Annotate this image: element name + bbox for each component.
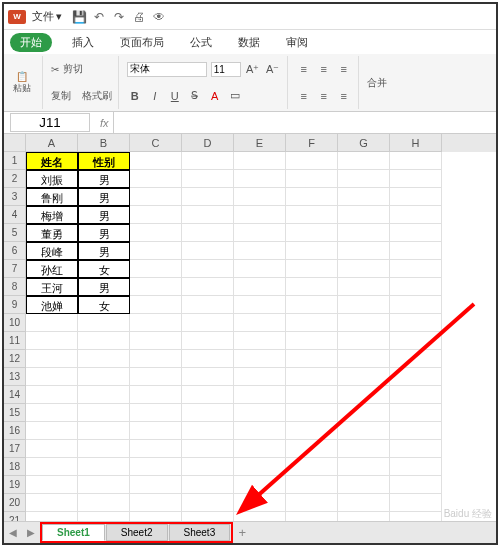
cell[interactable]: [130, 350, 182, 368]
tab-formula[interactable]: 公式: [184, 33, 218, 52]
tab-data[interactable]: 数据: [232, 33, 266, 52]
tab-review[interactable]: 审阅: [280, 33, 314, 52]
align-mid-icon[interactable]: ≡: [316, 61, 332, 77]
cell[interactable]: [26, 368, 78, 386]
col-header[interactable]: E: [234, 134, 286, 152]
cell[interactable]: 性别: [78, 152, 130, 170]
cell[interactable]: [182, 476, 234, 494]
cell[interactable]: [390, 170, 442, 188]
cell[interactable]: [390, 224, 442, 242]
cell[interactable]: [338, 152, 390, 170]
cell[interactable]: [234, 404, 286, 422]
cell[interactable]: 男: [78, 206, 130, 224]
cell[interactable]: [390, 314, 442, 332]
cell[interactable]: [26, 512, 78, 521]
cell[interactable]: [234, 170, 286, 188]
cell[interactable]: [182, 296, 234, 314]
cell[interactable]: [182, 386, 234, 404]
cell[interactable]: [234, 188, 286, 206]
cell[interactable]: [338, 440, 390, 458]
cell[interactable]: [286, 188, 338, 206]
cell[interactable]: [234, 476, 286, 494]
row-header[interactable]: 17: [4, 440, 26, 458]
cell[interactable]: [234, 494, 286, 512]
cell[interactable]: [26, 404, 78, 422]
col-header[interactable]: D: [182, 134, 234, 152]
cell[interactable]: [78, 350, 130, 368]
row-header[interactable]: 15: [4, 404, 26, 422]
cell[interactable]: [338, 296, 390, 314]
row-header[interactable]: 21: [4, 512, 26, 521]
sheet-tab-3[interactable]: Sheet3: [169, 524, 231, 541]
add-sheet-button[interactable]: +: [233, 525, 251, 540]
tab-layout[interactable]: 页面布局: [114, 33, 170, 52]
cell[interactable]: [130, 242, 182, 260]
cell[interactable]: [182, 242, 234, 260]
redo-icon[interactable]: ↷: [112, 10, 126, 24]
sheet-nav-prev[interactable]: ◀: [4, 527, 22, 538]
cell[interactable]: [390, 278, 442, 296]
cell[interactable]: [390, 422, 442, 440]
sheet-tab-1[interactable]: Sheet1: [42, 524, 105, 541]
cell[interactable]: [78, 332, 130, 350]
cell[interactable]: [286, 404, 338, 422]
cell[interactable]: [130, 512, 182, 521]
row-header[interactable]: 12: [4, 350, 26, 368]
cell[interactable]: [78, 314, 130, 332]
align-center-icon[interactable]: ≡: [316, 88, 332, 104]
cell[interactable]: [234, 458, 286, 476]
cell[interactable]: [390, 188, 442, 206]
cell[interactable]: [338, 170, 390, 188]
preview-icon[interactable]: 👁: [152, 10, 166, 24]
cell[interactable]: [182, 260, 234, 278]
row-header[interactable]: 10: [4, 314, 26, 332]
cell[interactable]: 姓名: [26, 152, 78, 170]
file-menu[interactable]: 文件▾: [32, 9, 62, 24]
cell[interactable]: 王河: [26, 278, 78, 296]
cell[interactable]: [26, 494, 78, 512]
cell[interactable]: [78, 386, 130, 404]
cell[interactable]: 梅增: [26, 206, 78, 224]
cell[interactable]: [338, 332, 390, 350]
cell[interactable]: [390, 296, 442, 314]
fx-icon[interactable]: fx: [100, 117, 109, 129]
cell[interactable]: [78, 440, 130, 458]
cell[interactable]: [338, 386, 390, 404]
cell[interactable]: [390, 440, 442, 458]
cell[interactable]: [286, 458, 338, 476]
font-name-select[interactable]: [127, 62, 207, 77]
cell[interactable]: 池婵: [26, 296, 78, 314]
cell[interactable]: [130, 476, 182, 494]
cell[interactable]: [234, 278, 286, 296]
cell[interactable]: [26, 332, 78, 350]
cell[interactable]: [130, 260, 182, 278]
cell[interactable]: [286, 350, 338, 368]
sheet-tab-2[interactable]: Sheet2: [106, 524, 168, 541]
cell[interactable]: [182, 206, 234, 224]
cell[interactable]: [390, 152, 442, 170]
cell[interactable]: [78, 494, 130, 512]
cell[interactable]: [234, 422, 286, 440]
cell[interactable]: [338, 404, 390, 422]
align-top-icon[interactable]: ≡: [296, 61, 312, 77]
cell[interactable]: [286, 260, 338, 278]
cell[interactable]: [286, 476, 338, 494]
cell[interactable]: [234, 512, 286, 521]
underline-button[interactable]: U: [167, 88, 183, 104]
cell[interactable]: [338, 422, 390, 440]
print-icon[interactable]: 🖨: [132, 10, 146, 24]
cut-button[interactable]: ✂剪切: [51, 62, 112, 76]
row-header[interactable]: 5: [4, 224, 26, 242]
cell[interactable]: [130, 494, 182, 512]
cell[interactable]: [390, 512, 442, 521]
copy-button[interactable]: 复制: [51, 89, 71, 103]
cell[interactable]: [78, 476, 130, 494]
cell[interactable]: [234, 386, 286, 404]
col-header[interactable]: A: [26, 134, 78, 152]
cell[interactable]: [390, 494, 442, 512]
cell[interactable]: [182, 404, 234, 422]
cell[interactable]: [338, 494, 390, 512]
align-left-icon[interactable]: ≡: [296, 88, 312, 104]
font-color-button[interactable]: A: [207, 88, 223, 104]
col-header[interactable]: B: [78, 134, 130, 152]
